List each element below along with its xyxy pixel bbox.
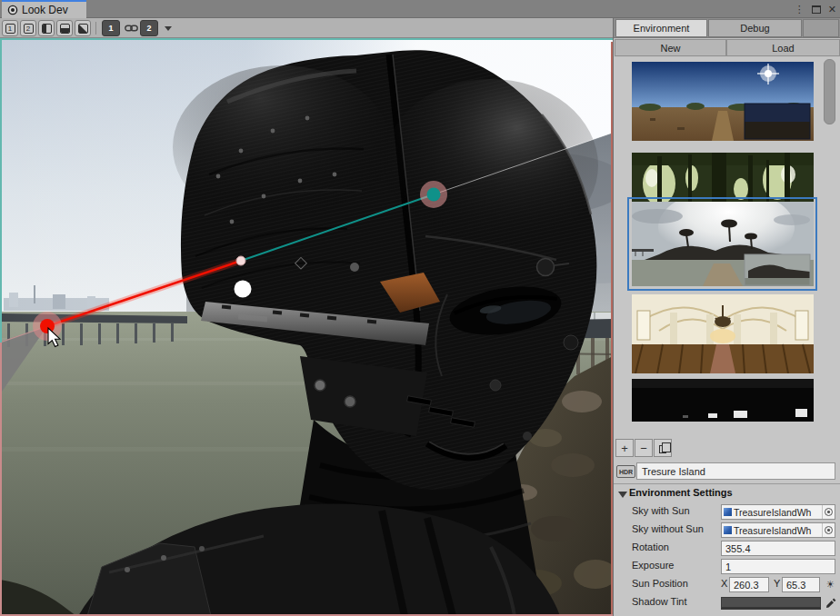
sun-y-label: Y — [774, 578, 780, 589]
settings-header[interactable]: Environment Settings — [629, 487, 733, 498]
link-cameras-button[interactable] — [123, 20, 139, 36]
rotation-label: Rotation — [632, 541, 669, 552]
camera-options-dropdown[interactable] — [162, 20, 175, 36]
chevron-down-icon — [165, 26, 172, 31]
duplicate-environment-button[interactable] — [654, 439, 672, 457]
copy-icon — [659, 445, 666, 453]
no-sun-inset — [745, 254, 810, 285]
maximize-icon[interactable] — [812, 5, 821, 14]
layout-split-vertical-button[interactable] — [38, 20, 55, 36]
pick-sun-button[interactable]: ☀ — [824, 578, 837, 591]
no-sun-inset — [745, 104, 810, 139]
split-horizontal-icon — [60, 24, 70, 34]
object-picker-icon — [825, 526, 833, 534]
lookdev-window: Look Dev ⋮ ✕ 1 2 1 — [0, 0, 840, 616]
shadow-tint-label: Shadow Tint — [632, 596, 687, 607]
toolbar-separator — [95, 22, 96, 35]
texture-icon — [724, 508, 732, 516]
sky-without-sun-field[interactable]: TreasureIslandWh — [721, 522, 835, 538]
layout-single-2-button[interactable]: 2 — [20, 20, 36, 36]
sky-with-sun-label: Sky with Sun — [632, 505, 690, 516]
tab-debug[interactable]: Debug — [708, 19, 802, 37]
sun-position-label: Sun Position — [632, 578, 688, 589]
single-view-2-icon: 2 — [24, 24, 34, 34]
env-thumbnail-night[interactable] — [632, 379, 814, 422]
hdr-badge: HDR — [616, 465, 635, 478]
object-picker-icon — [825, 508, 833, 516]
separator — [614, 483, 840, 484]
env-thumbnail-treasure-island[interactable] — [632, 202, 814, 286]
add-environment-button[interactable]: + — [615, 439, 634, 457]
layout-single-1-button[interactable]: 1 — [2, 20, 18, 36]
camera-2-icon: 2 — [146, 24, 151, 33]
camera-1-button[interactable]: 1 — [102, 20, 120, 36]
plus-icon: + — [621, 442, 628, 454]
sky-without-sun-label: Sky without Sun — [632, 523, 704, 534]
rotation-field[interactable]: 355.4 — [721, 541, 835, 556]
sky-with-sun-field[interactable]: TreasureIslandWh — [721, 504, 835, 520]
sun-icon: ☀ — [826, 579, 835, 591]
sun-position-gizmo[interactable] — [235, 281, 252, 298]
sun-y-field[interactable]: 65.3 — [782, 577, 820, 592]
title-bar: Look Dev ⋮ ✕ — [0, 0, 840, 18]
separator-handle-teal[interactable] — [427, 188, 441, 202]
lookdev-viewport[interactable] — [0, 38, 613, 616]
minus-icon: − — [640, 442, 647, 454]
camera-2-button[interactable]: 2 — [140, 20, 158, 36]
eyedropper-button[interactable] — [824, 596, 837, 610]
split-vertical-icon — [42, 24, 52, 34]
new-environment-button[interactable]: New — [615, 39, 726, 56]
separator-midpoint-handle[interactable] — [236, 256, 245, 265]
window-title: Look Dev — [22, 4, 68, 16]
foldout-arrow-icon[interactable] — [618, 492, 627, 498]
load-environment-button[interactable]: Load — [726, 39, 840, 56]
env-thumbnail-sunny-field[interactable] — [632, 62, 814, 141]
sun-x-field[interactable]: 260.3 — [729, 577, 769, 592]
environment-name-field[interactable]: Tresure Island — [636, 462, 835, 480]
panel-tab-bar: Environment Debug — [614, 18, 840, 38]
thumbnail-scrollbar[interactable] — [824, 59, 835, 124]
eye-icon — [7, 5, 18, 15]
env-thumbnail-church-interior[interactable] — [632, 294, 814, 373]
single-view-1-icon: 1 — [5, 24, 15, 34]
link-icon — [125, 24, 138, 33]
environment-panel: Environment Debug New Load — [613, 18, 840, 616]
lookdev-toolbar: 1 2 1 2 — [0, 18, 613, 38]
environment-actions-row: New Load — [614, 38, 840, 57]
tab-environment[interactable]: Environment — [615, 19, 707, 37]
eyedropper-icon — [825, 598, 836, 609]
object-picker-button[interactable] — [822, 505, 835, 519]
close-icon[interactable]: ✕ — [828, 5, 836, 15]
texture-icon — [724, 526, 732, 534]
object-picker-button[interactable] — [822, 523, 835, 537]
layout-split-zone-button[interactable] — [75, 20, 91, 36]
camera-1-icon: 1 — [108, 24, 113, 33]
split-zone-icon — [78, 24, 88, 34]
layout-split-horizontal-button[interactable] — [56, 20, 73, 36]
tab-spacer — [803, 19, 839, 37]
remove-environment-button[interactable]: − — [635, 439, 653, 457]
sun-x-label: X — [721, 578, 727, 589]
exposure-field[interactable]: 1 — [721, 559, 835, 574]
window-menu-icon[interactable]: ⋮ — [795, 5, 805, 15]
exposure-label: Exposure — [632, 560, 674, 571]
shadow-tint-swatch[interactable] — [721, 597, 821, 610]
lookdev-tab[interactable]: Look Dev — [2, 0, 86, 18]
